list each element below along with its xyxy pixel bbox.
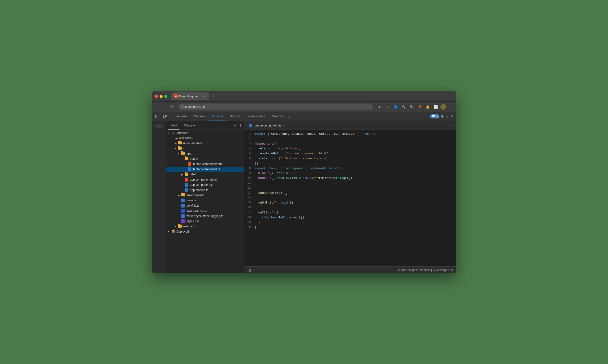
extension4-button[interactable]: 📌	[416, 104, 423, 110]
devtools-panel: Elements Console Sources Network Perform…	[152, 112, 456, 273]
sources-panel: Page Filesystem » ⋮ ▾ </> Author	[166, 121, 456, 273]
app-ts-file[interactable]: app.component.ts	[166, 182, 244, 187]
webpack-subfolder[interactable]: ▶ webpack	[166, 224, 244, 229]
secure-icon: ⓘ	[181, 105, 184, 109]
deployed-section-header[interactable]: ▾ 📦 Deployed	[166, 229, 244, 234]
extension2-button[interactable]: 🔧	[400, 104, 407, 110]
notification-badge[interactable]: 💬 1	[430, 114, 439, 118]
extension3-button[interactable]: 🔍	[408, 104, 415, 110]
reload-button[interactable]: ↻	[169, 104, 176, 110]
tab-title: DemoAngular	[179, 94, 198, 98]
app-module-file[interactable]: app.module.ts	[166, 187, 244, 193]
tab-memory[interactable]: Memory	[269, 112, 286, 121]
main-ts-file[interactable]: main.ts	[166, 198, 244, 203]
zoom-in-button[interactable]: + 0 -	[155, 124, 163, 128]
svg-rect-0	[155, 115, 159, 118]
styles-css-file[interactable]: styles.css	[166, 219, 244, 224]
code-line-16	[255, 205, 456, 210]
window-menu-icon[interactable]: ⌄	[450, 94, 453, 98]
code-line-14	[255, 195, 456, 200]
devtools-header: Elements Console Sources Network Perform…	[152, 112, 456, 121]
button-html-file[interactable]: button.component.html	[166, 161, 244, 167]
devtools-close-icon[interactable]: ✕	[451, 114, 454, 119]
zoom-level: 0	[159, 124, 160, 128]
minimize-traffic-light[interactable]	[160, 95, 163, 98]
code-line-10: @Output() handleClick = new EventEmitter…	[255, 176, 456, 181]
code-line-9: @Input() label = "?"	[255, 171, 456, 176]
tab-network[interactable]: Network	[226, 112, 245, 121]
code-line-5: templateUrl: './button.component.html',	[255, 151, 456, 156]
code-line-8: export class ButtonComponent implements …	[255, 166, 456, 171]
authored-section-header[interactable]: ▾ </> Authored	[166, 131, 244, 135]
editor-tab-close-icon[interactable]: ✕	[283, 124, 285, 127]
device-toolbar-icon[interactable]	[162, 114, 168, 119]
code-content[interactable]: import { Component, OnInit, Input, Outpu…	[253, 130, 456, 266]
app-label: app	[186, 152, 192, 155]
user-avatar-button[interactable]: 👤	[440, 104, 446, 110]
code-line-17: onClick() {	[255, 210, 456, 215]
devtools-settings-icon[interactable]: ⚙	[441, 114, 444, 119]
tab-console[interactable]: Console	[191, 112, 208, 121]
code-editor-tab[interactable]: button.component.ts ✕	[246, 121, 288, 130]
code-line-7: })	[255, 161, 456, 166]
polyfills-ts-file[interactable]: polyfills.ts	[166, 203, 244, 208]
code-line-6: styleUrls: ['./button.component.css'],	[255, 156, 456, 161]
node-modules-folder[interactable]: ▶ node_modules	[166, 141, 244, 146]
tab-close-button[interactable]: ✕	[202, 94, 206, 98]
active-browser-tab[interactable]: A DemoAngular ✕	[171, 92, 209, 100]
code-pane-header-actions	[449, 123, 454, 128]
code-line-12	[255, 186, 456, 191]
address-bar[interactable]: ⓘ localhost:4200	[179, 104, 373, 110]
maximize-traffic-light[interactable]	[164, 95, 167, 98]
authored-label: Authored	[176, 131, 188, 135]
zoom-controls: + 0 -	[155, 124, 163, 128]
source-map-link[interactable]: main.js	[424, 268, 433, 272]
file-tree-tab-page[interactable]: Page	[168, 121, 180, 130]
file-tree-menu-icon[interactable]: ⋮	[239, 124, 242, 127]
app-html-file[interactable]: app.component.html	[166, 177, 244, 182]
line-numbers: 1 2 3 4 5 6 7 8 9 10 11 12 13	[244, 130, 253, 266]
svg-rect-5	[450, 124, 453, 127]
extension5-button[interactable]: 🔔	[424, 104, 431, 110]
devtools-tabs: Elements Console Sources Network Perform…	[170, 112, 428, 121]
format-button[interactable]: {}	[246, 267, 253, 273]
toggle-sidebar-icon[interactable]	[449, 123, 454, 128]
new-tab-button[interactable]: +	[210, 93, 217, 100]
code-line-1: import { Component, OnInit, Input, Outpu…	[255, 132, 456, 137]
devtools-more-icon[interactable]: ⋮	[445, 114, 449, 119]
tab-performance[interactable]: Performance	[244, 112, 268, 121]
more-tabs-button[interactable]: »	[286, 114, 292, 119]
src-folder[interactable]: ▾ src	[166, 146, 244, 151]
webpack-folder-header[interactable]: ▾ ☁ webpack://	[166, 135, 244, 141]
forward-button[interactable]: →	[161, 104, 168, 110]
bookmark-button[interactable]: ☆	[384, 104, 391, 110]
tab-elements[interactable]: Elements	[171, 112, 191, 121]
code-line-2	[255, 137, 456, 142]
styles-css-hash-file[interactable]: styles.css?231c	[166, 208, 244, 213]
code-line-3: @Component({	[255, 142, 456, 146]
button-folder[interactable]: ▾ button	[166, 156, 244, 161]
zone-async-file[interactable]: zone-async-stack-tagging.ts	[166, 213, 244, 219]
file-tree-tab-more[interactable]: »	[234, 123, 236, 128]
nav-actions: ⬆ ☆ 🔵 🔧 🔍 📌 🔔 ⬜ 👤 ⋮	[376, 104, 454, 110]
styles-css-hash-label: styles.css?231c	[186, 209, 207, 212]
src-label: src	[183, 147, 187, 150]
source-map-info: (source mapped from main.js ) Coverage: …	[253, 268, 454, 272]
inspect-element-icon[interactable]	[154, 114, 160, 119]
code-line-13: constructor() {}	[255, 191, 456, 196]
profiles-button[interactable]: ⬜	[432, 104, 439, 110]
back-button[interactable]: ←	[154, 104, 160, 110]
menu-button[interactable]: ⋮	[448, 104, 454, 110]
app-folder[interactable]: ▾ app	[166, 151, 244, 156]
close-traffic-light[interactable]	[155, 95, 158, 98]
label-folder[interactable]: ▶ label	[166, 172, 244, 177]
webpack-folder-label: webpack	[183, 225, 195, 228]
share-button[interactable]: ⬆	[376, 104, 383, 110]
environments-folder[interactable]: ▶ environments	[166, 193, 244, 198]
code-line-19: }	[255, 220, 456, 225]
button-ts-file[interactable]: button.component.ts	[166, 167, 244, 172]
extension1-button[interactable]: 🔵	[392, 104, 399, 110]
devtools-body: + 0 - Page Filesystem	[152, 121, 456, 273]
file-tree-tab-filesystem[interactable]: Filesystem	[181, 121, 199, 130]
tab-sources[interactable]: Sources	[208, 112, 226, 121]
